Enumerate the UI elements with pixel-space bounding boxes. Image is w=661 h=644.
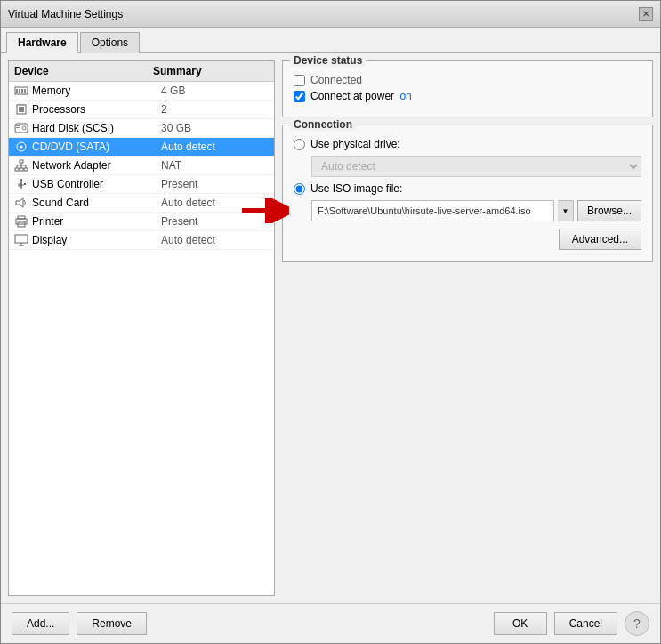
device-row-cddvd[interactable]: CD/DVD (SATA) Auto detect — [9, 138, 274, 157]
device-name-network: Network Adapter — [32, 159, 161, 172]
iso-dropdown-button[interactable]: ▼ — [558, 200, 574, 221]
advanced-row: Advanced... — [294, 229, 641, 250]
connection-label: Connection — [290, 118, 356, 131]
device-summary-harddisk: 30 GB — [161, 122, 269, 134]
device-row-display[interactable]: Display Auto detect — [9, 231, 274, 250]
red-arrow-icon — [240, 198, 289, 223]
svg-rect-12 — [16, 125, 20, 126]
device-summary-display: Auto detect — [161, 234, 269, 246]
auto-detect-dropdown[interactable]: Auto detect — [311, 156, 641, 177]
device-summary-memory: 4 GB — [161, 85, 269, 97]
tab-hardware[interactable]: Hardware — [6, 32, 78, 53]
bottom-left-buttons: Add... Remove — [12, 612, 147, 635]
svg-rect-18 — [20, 168, 23, 171]
net-icon — [14, 159, 28, 172]
sound-icon — [14, 197, 28, 209]
browse-button[interactable]: Browse... — [577, 200, 641, 221]
connected-text: Connected — [310, 74, 362, 86]
device-table-header: Device Summary — [9, 61, 274, 82]
iso-radio-row: Use ISO image file: — [294, 182, 641, 195]
connect-power-checkbox[interactable] — [294, 91, 305, 102]
svg-rect-1 — [16, 89, 18, 93]
cpu-icon — [14, 103, 28, 116]
device-row-memory[interactable]: Memory 4 GB — [9, 82, 274, 101]
device-row-processors[interactable]: Processors 2 — [9, 101, 274, 119]
connect-power-row: Connect at power on — [294, 90, 641, 102]
svg-point-11 — [22, 126, 26, 130]
connect-power-text: Connect at power on — [310, 90, 412, 102]
auto-detect-row: Auto detect — [294, 156, 641, 177]
device-status-label: Device status — [290, 54, 366, 67]
col-summary-header: Summary — [153, 65, 269, 77]
device-name-memory: Memory — [32, 85, 161, 97]
svg-rect-4 — [24, 89, 26, 93]
title-bar: Virtual Machine Settings ✕ — [1, 1, 660, 28]
device-name-usb: USB Controller — [32, 178, 161, 190]
device-name-sound: Sound Card — [32, 197, 161, 209]
bottom-bar: Add... Remove OK Cancel ? — [1, 603, 660, 643]
physical-drive-row: Use physical drive: — [294, 138, 641, 150]
svg-rect-13 — [16, 127, 20, 128]
device-name-display: Display — [32, 234, 161, 246]
device-row-usb[interactable]: USB Controller Present — [9, 175, 274, 194]
remove-button[interactable]: Remove — [77, 612, 147, 635]
iso-path-input[interactable] — [311, 200, 554, 221]
add-button[interactable]: Add... — [12, 612, 69, 635]
svg-point-34 — [24, 221, 26, 222]
tab-options[interactable]: Options — [80, 32, 140, 53]
svg-rect-16 — [20, 160, 23, 163]
svg-rect-17 — [15, 168, 19, 171]
arrow-container — [240, 198, 289, 223]
bottom-right-buttons: OK Cancel ? — [494, 611, 649, 636]
device-name-printer: Printer — [32, 215, 161, 228]
device-row-network[interactable]: Network Adapter NAT — [9, 157, 274, 175]
printer-icon — [14, 215, 28, 228]
right-panel: Device status Connected Connect at power… — [282, 60, 653, 596]
connected-checkbox[interactable] — [294, 75, 305, 86]
svg-marker-30 — [16, 198, 23, 207]
device-name-cddvd: CD/DVD (SATA) — [32, 141, 161, 153]
physical-drive-radio[interactable] — [294, 139, 305, 150]
svg-rect-27 — [19, 184, 21, 186]
display-icon — [14, 234, 28, 246]
device-row-harddisk[interactable]: Hard Disk (SCSI) 30 GB — [9, 119, 274, 138]
svg-rect-35 — [15, 235, 28, 243]
svg-rect-29 — [24, 183, 26, 185]
close-button[interactable]: ✕ — [639, 7, 653, 21]
device-list: Memory 4 GB Processors — [9, 82, 274, 595]
virtual-machine-settings-window: Virtual Machine Settings ✕ Hardware Opti… — [0, 0, 661, 644]
device-summary-processors: 2 — [161, 103, 269, 116]
memory-icon — [14, 85, 28, 97]
physical-drive-label: Use physical drive: — [310, 138, 400, 150]
col-device-header: Device — [14, 65, 153, 77]
cancel-button[interactable]: Cancel — [554, 612, 617, 635]
help-button[interactable]: ? — [625, 611, 649, 636]
device-summary-usb: Present — [161, 178, 269, 190]
iso-path-row: ▼ Browse... — [294, 200, 641, 221]
connected-row: Connected — [294, 74, 641, 86]
device-name-processors: Processors — [32, 103, 161, 116]
device-summary-network: NAT — [161, 159, 269, 172]
device-summary-cddvd: Auto detect — [161, 141, 269, 153]
svg-rect-3 — [21, 89, 23, 93]
svg-marker-26 — [20, 179, 23, 181]
window-title: Virtual Machine Settings — [8, 8, 123, 20]
disk-icon — [14, 122, 28, 134]
usb-icon — [14, 178, 28, 190]
svg-rect-32 — [18, 216, 25, 219]
device-status-group: Device status Connected Connect at power… — [282, 60, 653, 117]
cd-icon — [14, 141, 28, 153]
svg-rect-6 — [19, 107, 24, 112]
connect-power-highlight: on — [399, 90, 411, 102]
device-row-printer[interactable]: Printer Present — [9, 213, 274, 231]
advanced-button[interactable]: Advanced... — [559, 229, 641, 250]
iso-label: Use ISO image file: — [310, 182, 402, 195]
svg-rect-19 — [24, 168, 28, 171]
connection-group: Connection Use physical drive: Auto dete… — [282, 125, 653, 262]
ok-button[interactable]: OK — [494, 612, 547, 635]
svg-point-15 — [20, 146, 23, 149]
main-content: Device Summary Memory — [1, 53, 660, 603]
device-row-sound[interactable]: Sound Card Auto detect — [9, 194, 274, 213]
device-list-panel: Device Summary Memory — [8, 60, 275, 596]
iso-radio[interactable] — [294, 183, 305, 195]
